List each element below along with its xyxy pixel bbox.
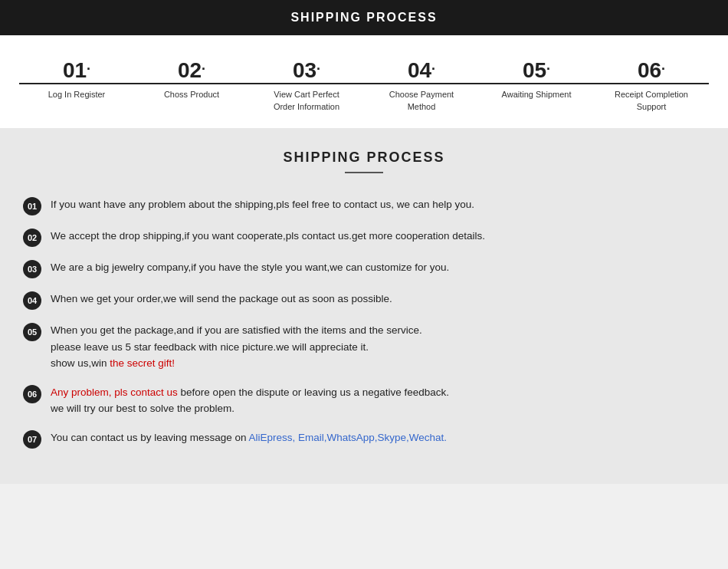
step-label-6: Receipt Completion Support [609,89,694,113]
step-number-2: 02. [134,58,249,84]
title-underline [345,172,383,173]
info-badge-7: 07 [23,430,41,449]
section2-title: SHIPPING PROCESS [0,150,728,166]
info-badge-6: 06 [23,385,41,403]
step-label-4: Choose Payment Method [379,89,464,113]
info-badge-4: 04 [23,291,41,310]
steps-container: 01. Log In Register 02. Choss Product 03… [19,58,709,113]
step-label-3: View Cart Perfect Order Information [264,89,349,113]
info-text-3: We are a big jewelry company,if you have… [51,259,449,276]
step-number-1: 01. [19,58,134,84]
step-item-1: 01. Log In Register [19,58,134,101]
info-badge-3: 03 [23,260,41,278]
info-text-2: We accept the drop shipping,if you want … [51,228,485,245]
steps-section: 01. Log In Register 02. Choss Product 03… [0,35,728,128]
info-badge-5: 05 [23,323,41,341]
shipping-title-section: SHIPPING PROCESS [0,128,728,181]
step-item-3: 03. View Cart Perfect Order Information [249,58,364,113]
step-number-3: 03. [249,58,364,84]
step-item-5: 05. Awaiting Shipment [479,58,594,101]
info-item-3: 03We are a big jewelry company,if you ha… [23,259,705,278]
info-item-4: 04When we get your order,we will send th… [23,291,705,310]
info-item-1: 01If you want have any problem about the… [23,196,705,215]
header-title: SHIPPING PROCESS [290,11,437,24]
info-badge-1: 01 [23,197,41,215]
info-text-7: You can contact us by leaving message on… [51,429,447,446]
step-item-4: 04. Choose Payment Method [364,58,479,113]
info-text-4: When we get your order,we will send the … [51,291,392,308]
page-header: SHIPPING PROCESS [0,0,728,35]
info-text-5: When you get the package,and if you are … [51,322,422,372]
info-item-5: 05When you get the package,and if you ar… [23,322,705,372]
info-item-7: 07You can contact us by leaving message … [23,429,705,449]
info-item-2: 02We accept the drop shipping,if you wan… [23,228,705,247]
info-red-text-5: the secret gift! [110,357,175,369]
step-label-1: Log In Register [48,89,106,100]
info-badge-2: 02 [23,229,41,247]
step-number-4: 04. [364,58,479,84]
info-text-1: If you want have any problem about the s… [51,196,474,213]
info-red-text-6: Any problem, pls contact us [51,386,178,398]
info-blue-link-7[interactable]: AliEpress, Email,WhatsApp,Skype,Wechat. [248,432,447,443]
step-number-6: 06. [594,58,709,84]
step-label-5: Awaiting Shipment [502,89,572,100]
step-label-2: Choss Product [164,89,219,100]
info-item-6: 06Any problem, pls contact us before ope… [23,384,705,417]
info-text-6: Any problem, pls contact us before open … [51,384,449,417]
step-number-5: 05. [479,58,594,84]
step-item-6: 06. Receipt Completion Support [594,58,709,113]
step-item-2: 02. Choss Product [134,58,249,101]
info-section: 01If you want have any problem about the… [0,181,728,484]
